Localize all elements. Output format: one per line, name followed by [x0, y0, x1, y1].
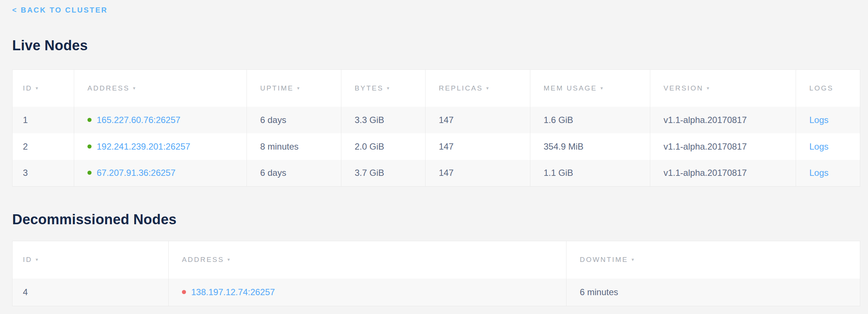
column-label: LOGS: [809, 84, 834, 92]
node-address-cell: 165.227.60.76:26257: [74, 107, 247, 133]
live-status-dot-icon: [87, 144, 92, 149]
column-label: REPLICAS: [439, 84, 483, 92]
node-uptime-cell: 8 minutes: [247, 133, 341, 160]
decommissioned-nodes-title: Decommissioned Nodes: [12, 211, 860, 228]
nodes-page: < BACK TO CLUSTER Live Nodes ID▾ ADDRESS…: [0, 0, 868, 306]
node-address-cell: 138.197.12.74:26257: [169, 279, 566, 306]
column-label: UPTIME: [260, 84, 294, 92]
column-header-logs: LOGS: [796, 70, 860, 107]
column-header-replicas[interactable]: REPLICAS▾: [426, 70, 530, 107]
column-header-mem-usage[interactable]: MEM USAGE▾: [530, 70, 650, 107]
sort-arrow-icon: ▾: [707, 85, 710, 91]
logs-link[interactable]: Logs: [809, 168, 829, 178]
node-version-cell: v1.1-alpha.20170817: [650, 133, 796, 160]
column-header-version[interactable]: VERSION▾: [650, 70, 796, 107]
live-status-dot-icon: [87, 171, 92, 175]
logs-link[interactable]: Logs: [809, 115, 829, 125]
node-mem-usage-cell: 1.6 GiB: [530, 107, 650, 133]
column-label: ID: [23, 256, 32, 263]
live-status-dot-icon: [87, 118, 92, 122]
node-address-link[interactable]: 67.207.91.36:26257: [97, 168, 176, 178]
node-address-link[interactable]: 165.227.60.76:26257: [97, 115, 180, 125]
node-id-cell: 2: [13, 133, 74, 160]
column-header-downtime[interactable]: DOWNTIME▾: [566, 241, 860, 279]
column-header-address[interactable]: ADDRESS▾: [169, 241, 566, 279]
back-to-cluster-link[interactable]: < BACK TO CLUSTER: [12, 5, 108, 15]
logs-link[interactable]: Logs: [809, 141, 829, 151]
column-label: DOWNTIME: [580, 256, 628, 263]
table-row: 4 138.197.12.74:26257 6 minutes: [13, 279, 860, 306]
node-logs-cell: Logs: [796, 160, 860, 187]
node-replicas-cell: 147: [426, 107, 530, 133]
column-label: VERSION: [664, 84, 703, 92]
node-address-link[interactable]: 138.197.12.74:26257: [191, 287, 275, 297]
node-mem-usage-cell: 354.9 MiB: [530, 133, 650, 160]
table-row: 2 192.241.239.201:26257 8 minutes 2.0 Gi…: [13, 133, 860, 160]
column-label: MEM USAGE: [544, 84, 597, 92]
node-downtime-cell: 6 minutes: [566, 279, 860, 306]
node-replicas-cell: 147: [426, 133, 530, 160]
column-label: ADDRESS: [182, 256, 224, 263]
node-address-cell: 192.241.239.201:26257: [74, 133, 247, 160]
node-address-link[interactable]: 192.241.239.201:26257: [97, 141, 190, 151]
column-label: ADDRESS: [87, 84, 130, 92]
live-nodes-header-row: ID▾ ADDRESS▾ UPTIME▾ BYTES▾ REPLICAS▾ ME…: [13, 70, 860, 107]
sort-arrow-icon: ▾: [133, 85, 137, 91]
column-header-id[interactable]: ID▾: [13, 70, 74, 107]
node-address-cell: 67.207.91.36:26257: [74, 160, 247, 187]
node-logs-cell: Logs: [796, 107, 860, 133]
sort-arrow-icon: ▾: [486, 85, 490, 91]
column-label: ID: [23, 84, 32, 92]
column-header-bytes[interactable]: BYTES▾: [341, 70, 426, 107]
node-id-cell: 3: [13, 160, 74, 187]
live-nodes-title: Live Nodes: [12, 37, 860, 54]
column-header-uptime[interactable]: UPTIME▾: [247, 70, 341, 107]
node-version-cell: v1.1-alpha.20170817: [650, 107, 796, 133]
decommissioned-status-dot-icon: [182, 290, 186, 294]
node-replicas-cell: 147: [426, 160, 530, 187]
sort-arrow-icon: ▾: [387, 85, 390, 91]
node-mem-usage-cell: 1.1 GiB: [530, 160, 650, 187]
column-header-address[interactable]: ADDRESS▾: [74, 70, 247, 107]
decommissioned-nodes-table: ID▾ ADDRESS▾ DOWNTIME▾ 4 138.197.12.74:2…: [12, 241, 860, 306]
column-header-id[interactable]: ID▾: [13, 241, 169, 279]
sort-arrow-icon: ▾: [35, 85, 39, 91]
node-uptime-cell: 6 days: [247, 160, 341, 187]
sort-arrow-icon: ▾: [227, 257, 231, 262]
node-bytes-cell: 3.7 GiB: [341, 160, 426, 187]
node-version-cell: v1.1-alpha.20170817: [650, 160, 796, 187]
sort-arrow-icon: ▾: [35, 257, 39, 262]
node-id-cell: 4: [13, 279, 169, 306]
node-logs-cell: Logs: [796, 133, 860, 160]
sort-arrow-icon: ▾: [600, 85, 604, 91]
table-row: 1 165.227.60.76:26257 6 days 3.3 GiB 147…: [13, 107, 860, 133]
node-bytes-cell: 3.3 GiB: [341, 107, 426, 133]
sort-arrow-icon: ▾: [297, 85, 301, 91]
node-uptime-cell: 6 days: [247, 107, 341, 133]
live-nodes-table: ID▾ ADDRESS▾ UPTIME▾ BYTES▾ REPLICAS▾ ME…: [12, 69, 860, 187]
decommissioned-nodes-header-row: ID▾ ADDRESS▾ DOWNTIME▾: [13, 241, 860, 279]
node-id-cell: 1: [13, 107, 74, 133]
node-bytes-cell: 2.0 GiB: [341, 133, 426, 160]
column-label: BYTES: [355, 84, 383, 92]
table-row: 3 67.207.91.36:26257 6 days 3.7 GiB 147 …: [13, 160, 860, 187]
sort-arrow-icon: ▾: [631, 257, 635, 262]
